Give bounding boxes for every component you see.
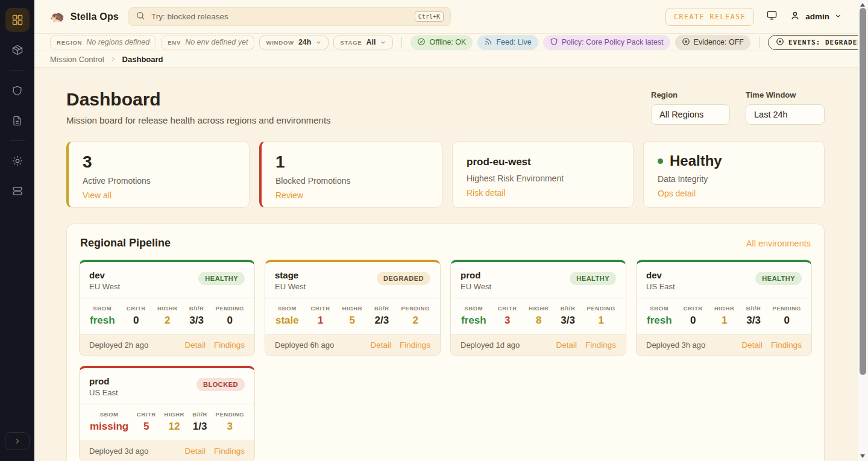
env-filter-chip[interactable]: ENV No env defined yet <box>161 36 254 49</box>
env-region: US East <box>646 282 675 291</box>
detail-link[interactable]: Detail <box>184 340 206 350</box>
app-title: Stella Ops <box>71 11 119 22</box>
bir-value: 3/3 <box>189 315 204 327</box>
env-name: prod <box>461 270 491 280</box>
time-window-select-label: Time Window <box>746 90 825 99</box>
breadcrumb: Mission Control Dashboard <box>34 51 858 67</box>
critr-value: 0 <box>684 315 703 327</box>
all-environments-link[interactable]: All environments <box>746 239 811 248</box>
region-select[interactable]: All Regions <box>651 104 730 125</box>
bir-value: 1/3 <box>192 421 207 433</box>
display-mode-button[interactable] <box>766 10 778 24</box>
bir-value: 3/3 <box>746 315 761 327</box>
ops-detail-link[interactable]: Ops detail <box>658 189 696 198</box>
status-badge: HEALTHY <box>570 272 616 285</box>
sidebar-item-releases[interactable] <box>5 38 30 62</box>
user-menu[interactable]: admin <box>790 10 842 23</box>
env-name: stage <box>275 270 306 280</box>
summary-cards: 3 Active Promotions View all 1 Blocked P… <box>66 141 825 208</box>
data-integrity-label: Data Integrity <box>658 174 810 184</box>
divider <box>401 37 402 48</box>
critr-value: 0 <box>127 315 146 327</box>
sidebar-item-security[interactable] <box>5 78 30 102</box>
breadcrumb-parent[interactable]: Mission Control <box>50 55 104 64</box>
env-chip-label: ENV <box>168 39 181 46</box>
critr-value: 3 <box>498 315 517 327</box>
findings-link[interactable]: Findings <box>585 340 616 350</box>
create-release-button[interactable]: CREATE RELEASE <box>665 8 754 26</box>
sbom-value: missing <box>90 421 128 433</box>
critr-value: 5 <box>137 421 156 433</box>
env-region: EU West <box>89 282 120 291</box>
detail-link[interactable]: Detail <box>556 340 577 350</box>
detail-link[interactable]: Detail <box>741 340 763 350</box>
findings-link[interactable]: Findings <box>400 340 430 350</box>
evidence-status-text: Evidence: OFF <box>694 38 744 46</box>
active-promotions-label: Active Promotions <box>83 176 235 186</box>
data-integrity-card: Healthy Data Integrity Ops detail <box>643 141 825 208</box>
status-badge: HEALTHY <box>198 272 245 285</box>
stage-chip-label: STAGE <box>340 39 362 46</box>
pipeline-card-stage-eu-west: stage EU West DEGRADED SBOMstale CRITR1 … <box>265 260 441 356</box>
detail-link[interactable]: Detail <box>370 340 391 350</box>
search-input[interactable] <box>151 12 409 21</box>
findings-link[interactable]: Findings <box>214 340 245 350</box>
findings-link[interactable]: Findings <box>214 447 245 456</box>
pipeline-card-dev-eu-west: dev EU West HEALTHY SBOMfresh CRITR0 HIG… <box>79 260 255 356</box>
window-chip-value: 24h <box>298 38 312 46</box>
vertical-scrollbar[interactable] <box>858 0 868 461</box>
metric-label: HIGHR <box>157 305 178 312</box>
sidebar-item-settings[interactable] <box>5 149 30 173</box>
panel-title: Regional Pipeline <box>80 237 171 249</box>
active-promotions-card: 3 Active Promotions View all <box>66 141 250 208</box>
sidebar-item-documents[interactable] <box>5 108 30 133</box>
window-filter-chip[interactable]: WINDOW 24h <box>259 36 329 49</box>
highest-risk-env: prod-eu-west <box>467 153 619 168</box>
main-area: 🦔 Stella Ops Ctrl+K CREATE RELEASE <box>34 0 858 461</box>
findings-link[interactable]: Findings <box>771 340 802 350</box>
stage-chip-value: All <box>366 38 376 46</box>
env-region: US East <box>89 388 118 397</box>
metric-label: B/I/R <box>746 305 761 312</box>
health-dot-icon <box>658 158 663 164</box>
page-subtitle: Mission board for release health across … <box>66 115 331 125</box>
metric-label: B/I/R <box>561 305 576 312</box>
region-chip-label: REGION <box>57 39 82 46</box>
review-link[interactable]: Review <box>275 190 303 200</box>
highr-value: 1 <box>714 315 735 327</box>
sidebar-collapse-button[interactable] <box>5 432 30 450</box>
sidebar-item-dashboard[interactable] <box>5 8 30 32</box>
highr-value: 2 <box>157 315 178 327</box>
metric-label: CRITR <box>311 305 330 312</box>
risk-detail-link[interactable]: Risk detail <box>467 188 506 198</box>
top-bar: 🦔 Stella Ops Ctrl+K CREATE RELEASE <box>34 0 858 33</box>
stage-filter-chip[interactable]: STAGE All <box>333 36 393 49</box>
events-status-badge: EVENTS: DEGRADED <box>768 35 868 50</box>
detail-link[interactable]: Detail <box>184 447 206 456</box>
scroll-up-arrow[interactable] <box>860 3 865 7</box>
scroll-down-arrow[interactable] <box>860 454 865 458</box>
region-filter-chip[interactable]: REGION No regions defined <box>50 36 156 49</box>
pending-value: 2 <box>401 315 429 327</box>
critr-value: 1 <box>311 315 330 327</box>
metric-label: SBOM <box>90 411 128 418</box>
global-search[interactable]: Ctrl+K <box>128 7 451 26</box>
sidebar-item-infrastructure[interactable] <box>5 179 30 203</box>
active-promotions-count: 3 <box>83 153 235 171</box>
window-chip-label: WINDOW <box>266 39 294 46</box>
deployed-text: Deployed 6h ago <box>275 340 334 350</box>
time-window-select[interactable]: Last 24h <box>746 104 825 125</box>
circle-dot-icon <box>776 37 784 48</box>
events-status-text: EVENTS: DEGRADED <box>788 39 862 46</box>
package-icon <box>11 44 24 56</box>
deployed-text: Deployed 1d ago <box>461 340 520 350</box>
view-all-link[interactable]: View all <box>83 190 112 200</box>
page-content: Dashboard Mission board for release heal… <box>34 67 858 461</box>
metric-label: HIGHR <box>164 411 184 418</box>
scrollbar-thumb[interactable] <box>860 8 866 375</box>
sidebar-divider <box>10 140 25 141</box>
env-name: dev <box>89 270 120 280</box>
env-region: EU West <box>275 282 306 291</box>
pending-value: 0 <box>773 315 801 327</box>
sidebar-nav <box>0 0 34 461</box>
